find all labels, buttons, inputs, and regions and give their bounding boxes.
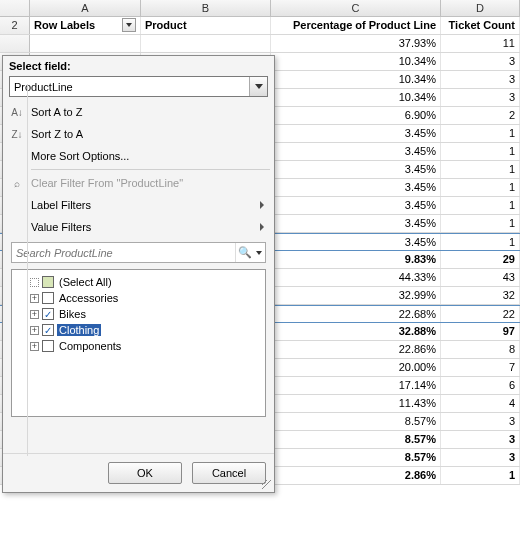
tree-item[interactable]: +Accessories [16,290,261,306]
search-box[interactable]: 🔍 [11,242,266,263]
select-field-label: Select field: [3,56,274,74]
select-all-corner[interactable] [0,0,30,16]
tree-item[interactable]: +✓Bikes [16,306,261,322]
cell-d[interactable]: 3 [441,413,520,430]
value-filters[interactable]: Value Filters [3,216,274,238]
percentage-header[interactable]: Percentage of Product Line [271,17,441,34]
cell-c[interactable]: 37.93% [271,35,441,52]
cell-c[interactable]: 6.90% [271,107,441,124]
cell-c[interactable]: 8.57% [271,449,441,466]
cell-d[interactable]: 1 [441,143,520,160]
ticket-count-header[interactable]: Ticket Count [441,17,520,34]
cell-c[interactable]: 22.68% [271,306,441,322]
cell-c[interactable]: 3.45% [271,125,441,142]
cell-a[interactable] [30,35,141,52]
row-labels-header[interactable]: Row Labels [30,17,141,34]
expand-icon[interactable]: + [30,342,39,351]
expand-icon[interactable]: + [30,326,39,335]
sort-z-to-a[interactable]: Z↓ Sort Z to A [3,123,274,145]
label-filters[interactable]: Label Filters [3,194,274,216]
cell-d[interactable]: 22 [441,306,520,322]
ok-button[interactable]: OK [108,462,182,484]
cell-d[interactable]: 3 [441,431,520,448]
cell-d[interactable]: 11 [441,35,520,52]
cell-d[interactable]: 3 [441,449,520,466]
cell-d[interactable]: 2 [441,107,520,124]
cell-c[interactable]: 3.45% [271,234,441,250]
cell-c[interactable]: 22.86% [271,341,441,358]
cell-c[interactable]: 44.33% [271,269,441,286]
col-head-b[interactable]: B [141,0,271,16]
tree-item-label: (Select All) [57,276,114,288]
cancel-button[interactable]: Cancel [192,462,266,484]
search-icon[interactable]: 🔍 [235,243,253,262]
cell-c[interactable]: 9.83% [271,251,441,268]
cell-d[interactable]: 1 [441,125,520,142]
cell-d[interactable]: 1 [441,234,520,250]
cell-d[interactable]: 3 [441,53,520,70]
cell-c[interactable]: 3.45% [271,197,441,214]
expand-icon[interactable] [30,278,39,287]
col-head-a[interactable]: A [30,0,141,16]
sort-a-to-z[interactable]: A↓ Sort A to Z [3,101,274,123]
cell-d[interactable]: 29 [441,251,520,268]
row-head[interactable]: 2 [0,17,30,34]
cell-d[interactable]: 4 [441,395,520,412]
row-head[interactable] [0,35,30,52]
cell-c[interactable]: 2.86% [271,467,441,484]
cell-c[interactable]: 32.88% [271,323,441,340]
cell-c[interactable]: 20.00% [271,359,441,376]
cell-d[interactable]: 1 [441,179,520,196]
cell-c[interactable]: 11.43% [271,395,441,412]
cell-d[interactable]: 32 [441,287,520,304]
cell-d[interactable]: 3 [441,71,520,88]
cell-c[interactable]: 8.57% [271,413,441,430]
checkbox[interactable] [42,292,54,304]
search-input[interactable] [12,243,235,262]
cell-d[interactable]: 1 [441,467,520,484]
checkbox[interactable]: ✓ [42,308,54,320]
expand-icon[interactable]: + [30,310,39,319]
checkbox[interactable] [42,340,54,352]
more-sort-options[interactable]: More Sort Options... [3,145,274,167]
cell-d[interactable]: 1 [441,215,520,232]
checkbox[interactable] [42,276,54,288]
cell-b[interactable] [141,35,271,52]
tree-item[interactable]: (Select All) [16,274,261,290]
cell-c[interactable]: 8.57% [271,431,441,448]
cell-d[interactable]: 43 [441,269,520,286]
cell-d[interactable]: 6 [441,377,520,394]
tree-item[interactable]: +Components [16,338,261,354]
expand-icon[interactable]: + [30,294,39,303]
cell-c[interactable]: 32.99% [271,287,441,304]
cell-c[interactable]: 3.45% [271,161,441,178]
cell-d[interactable]: 8 [441,341,520,358]
filter-tree[interactable]: (Select All)+Accessories+✓Bikes+✓Clothin… [11,269,266,417]
product-header[interactable]: Product [141,17,271,34]
search-options-dropdown[interactable] [253,243,265,262]
tree-item-label: Accessories [57,292,120,304]
row-labels-filter-button[interactable] [122,18,136,32]
col-head-c[interactable]: C [271,0,441,16]
cell-d[interactable]: 1 [441,197,520,214]
col-head-d[interactable]: D [441,0,520,16]
cell-c[interactable]: 10.34% [271,89,441,106]
row-labels-text: Row Labels [34,19,95,31]
cell-c[interactable]: 10.34% [271,53,441,70]
cell-c[interactable]: 3.45% [271,215,441,232]
cell-c[interactable]: 17.14% [271,377,441,394]
cell-d[interactable]: 7 [441,359,520,376]
cell-c[interactable]: 3.45% [271,179,441,196]
cell-d[interactable]: 3 [441,89,520,106]
submenu-arrow-icon [260,201,264,209]
resize-grip-icon[interactable] [262,480,272,490]
cell-d[interactable]: 1 [441,161,520,178]
checkbox[interactable]: ✓ [42,324,54,336]
field-select[interactable]: ProductLine [9,76,268,97]
submenu-arrow-icon [260,223,264,231]
tree-item[interactable]: +✓Clothing [16,322,261,338]
field-select-dropdown-button[interactable] [249,77,267,96]
cell-c[interactable]: 3.45% [271,143,441,160]
cell-c[interactable]: 10.34% [271,71,441,88]
cell-d[interactable]: 97 [441,323,520,340]
